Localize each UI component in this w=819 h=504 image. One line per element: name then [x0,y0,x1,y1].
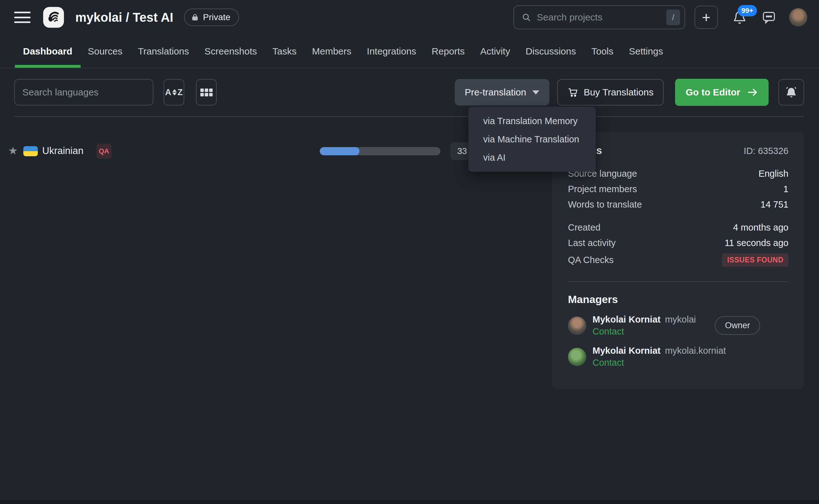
manager-name: Mykolai Korniat [593,314,661,325]
tab-settings[interactable]: Settings [629,35,663,68]
cart-icon [567,87,578,98]
tab-dashboard[interactable]: Dashboard [23,35,72,68]
privacy-badge: Private [184,9,239,26]
manager-avatar[interactable] [568,348,586,366]
privacy-badge-label: Private [203,12,230,22]
tab-tasks[interactable]: Tasks [272,35,297,68]
contact-link[interactable]: Contact [593,358,726,368]
favorite-star-icon[interactable]: ★ [8,144,18,157]
pre-translation-button[interactable]: Pre-translation [455,79,549,106]
tab-tools[interactable]: Tools [591,35,613,68]
go-to-editor-button[interactable]: Go to Editor [675,79,769,106]
user-avatar[interactable] [789,8,807,26]
info-row-words-to-translate: Words to translate 14 751 [568,197,788,212]
window-bottom-edge [0,500,819,504]
project-search[interactable]: / [513,5,685,29]
ringing-bell-icon [785,86,798,99]
language-notifications-button[interactable] [778,79,804,106]
sort-arrows-icon [172,89,177,95]
pre-translation-menu: via Translation Memory via Machine Trans… [468,107,596,172]
translation-progress-bar [320,147,440,155]
qa-issues-badge: QA [96,144,112,159]
ukraine-flag-icon [23,146,38,156]
project-info-rows: Source language English Project members … [568,166,788,212]
owner-role-badge: Owner [715,316,760,335]
buy-translations-label: Buy Translations [584,87,654,98]
arrow-right-icon [747,87,758,98]
notifications-button[interactable]: 99+ [732,10,747,25]
info-row-last-activity: Last activity 11 seconds ago [568,235,788,251]
manager-name: Mykolai Korniat [593,346,661,356]
header-actions: / + 99+ [513,5,807,29]
tab-screenshots[interactable]: Screenshots [204,35,257,68]
dashboard-toolbar: A Z Pre-translation Buy Translations Go [14,79,804,106]
project-activity-rows: Created 4 months ago Last activity 11 se… [568,220,788,269]
manager-avatar[interactable] [568,317,586,335]
language-name-link[interactable]: Ukrainian [42,145,83,157]
manager-username: mykolai.korniat [665,346,726,356]
issues-found-badge[interactable]: ISSUES FOUND [722,253,788,267]
top-bar: mykolai / Test AI Private / + [0,0,819,35]
tab-members[interactable]: Members [312,35,352,68]
translation-progress-fill [320,147,359,155]
page-title: mykolai / Test AI [75,10,173,25]
pre-translation-label: Pre-translation [465,87,526,98]
menu-item-via-ai[interactable]: via AI [468,148,596,167]
manager-row: Mykolai Korniat mykolai Contact Owner [568,314,788,337]
chat-icon [762,10,776,24]
grid-icon [200,89,213,96]
info-row-source-language: Source language English [568,166,788,181]
toolbar-divider [14,116,804,117]
lock-icon [191,13,199,21]
menu-item-via-machine-translation[interactable]: via Machine Translation [468,130,596,148]
tab-translations[interactable]: Translations [138,35,189,68]
project-nav-tabs: Dashboard Sources Translations Screensho… [0,35,819,68]
sort-alphabetical-button[interactable]: A Z [163,79,184,106]
tab-reports[interactable]: Reports [432,35,465,68]
menu-item-via-translation-memory[interactable]: via Translation Memory [468,112,596,130]
search-shortcut-key: / [666,9,680,25]
hamburger-menu-icon[interactable] [14,11,31,24]
tab-integrations[interactable]: Integrations [367,35,416,68]
info-row-qa-checks: QA Checks ISSUES FOUND [568,251,788,269]
search-languages-input[interactable] [14,79,153,106]
panel-divider [568,281,788,282]
toolbar-actions: Pre-translation Buy Translations Go to E… [455,79,804,106]
crowdin-logo[interactable] [43,7,64,28]
search-icon [522,13,531,22]
tab-sources[interactable]: Sources [88,35,123,68]
contact-link[interactable]: Contact [593,326,696,337]
create-project-button[interactable]: + [695,6,718,29]
manager-row: Mykolai Korniat mykolai.korniat Contact [568,346,788,368]
project-dashboard: mykolai / Test AI Private / + [0,0,819,504]
managers-title: Managers [568,293,788,306]
messages-button[interactable] [762,10,776,24]
tab-discussions[interactable]: Discussions [525,35,576,68]
tab-activity[interactable]: Activity [480,35,510,68]
go-to-editor-label: Go to Editor [686,87,740,98]
bird-logo-icon [47,10,60,24]
search-projects-input[interactable] [537,12,661,23]
grid-view-button[interactable] [196,79,217,106]
chevron-down-icon [532,90,539,95]
buy-translations-button[interactable]: Buy Translations [557,79,664,106]
project-id: ID: 635326 [744,146,788,156]
info-row-created: Created 4 months ago [568,220,788,235]
info-row-project-members: Project members 1 [568,181,788,197]
notification-count-badge: 99+ [738,5,757,16]
manager-username: mykolai [665,314,696,325]
